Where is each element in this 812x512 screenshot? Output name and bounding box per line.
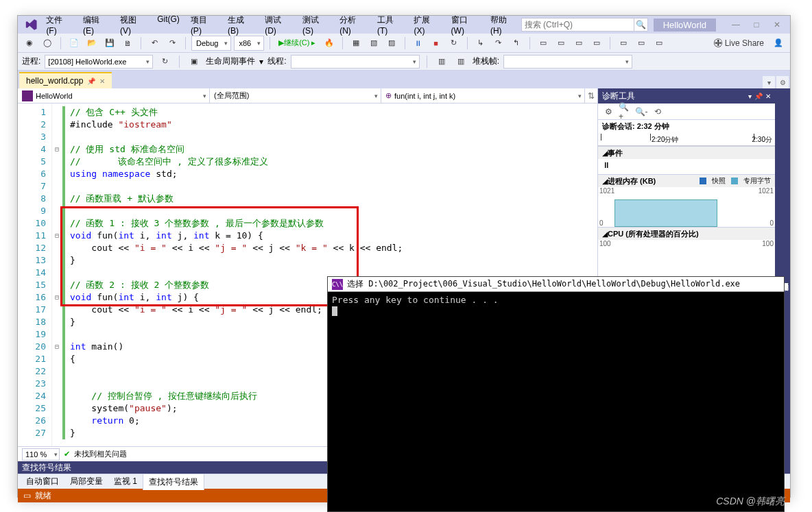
tab-autos[interactable]: 自动窗口 xyxy=(21,474,64,489)
vs-logo-icon xyxy=(25,18,38,32)
status-icon: ▭ xyxy=(23,491,31,500)
maximize-button[interactable]: □ xyxy=(746,18,767,32)
p3-icon[interactable]: ▨ xyxy=(384,36,399,51)
console-line: Press any key to continue . . . xyxy=(332,295,780,306)
close-button[interactable]: ✕ xyxy=(767,18,787,32)
nav-scope-combo[interactable]: (全局范围) xyxy=(210,88,381,103)
menu-build[interactable]: 生成(B) xyxy=(224,13,258,37)
tab-watch[interactable]: 监视 1 xyxy=(108,474,143,489)
th2-icon[interactable]: ▥ xyxy=(453,54,468,69)
cursor-icon xyxy=(332,306,337,316)
nav-back-icon[interactable]: ◉ xyxy=(22,36,37,51)
thread-combo[interactable] xyxy=(291,55,420,69)
tab-hello-world[interactable]: hello_world.cpp 📌 ✕ xyxy=(19,72,112,88)
events-pause-icon[interactable]: ⏸ xyxy=(602,160,610,170)
diag-close-icon[interactable]: ✕ xyxy=(765,93,771,100)
continue-button[interactable]: ▶ 继续(C) ▸ xyxy=(276,36,318,51)
minimize-button[interactable]: — xyxy=(726,18,746,32)
diag-ruler: 2:20分钟 2:30分 xyxy=(598,134,775,146)
cpu-header[interactable]: ◢ CPU (所有处理器的百分比) xyxy=(598,228,775,240)
t5-icon[interactable]: ▭ xyxy=(616,36,631,51)
stack-combo[interactable] xyxy=(503,55,632,69)
nav-bar: HelloWorld (全局范围) ⊕fun(int i, int j, int… xyxy=(18,88,597,103)
step-out-icon[interactable]: ↰ xyxy=(509,36,524,51)
nav-func-combo[interactable]: ⊕fun(int i, int j, int k) xyxy=(381,88,585,103)
t3-icon[interactable]: ▭ xyxy=(571,36,586,51)
svg-rect-0 xyxy=(22,90,33,101)
tab-find[interactable]: 查找符号结果 xyxy=(143,474,204,490)
redo-button[interactable]: ↷ xyxy=(165,36,180,51)
menu-window[interactable]: 窗口(W) xyxy=(447,13,483,37)
console-titlebar[interactable]: C\\ 选择 D:\002_Project\006_Visual_Studio\… xyxy=(328,277,784,292)
mem-header[interactable]: ◢ 进程内存 (KB) 快照 专用字节 xyxy=(598,175,775,187)
step-over-icon[interactable]: ↷ xyxy=(491,36,506,51)
menu-git[interactable]: Git(G) xyxy=(153,13,184,37)
diag-zoomin-icon[interactable]: 🔍+ xyxy=(619,106,631,118)
mem-chart: 1021 1021 0 0 xyxy=(598,187,775,227)
nav-fwd-icon[interactable]: ◯ xyxy=(40,36,55,51)
p1-icon[interactable]: ▦ xyxy=(348,36,363,51)
menu-edit[interactable]: 编辑(E) xyxy=(79,13,113,37)
hot-reload-icon[interactable]: 🔥 xyxy=(322,36,337,51)
nav-project-combo[interactable]: HelloWorld xyxy=(18,88,210,103)
tab-locals[interactable]: 局部变量 xyxy=(64,474,108,489)
menu-tools[interactable]: 工具(T) xyxy=(373,13,407,37)
th1-icon[interactable]: ▥ xyxy=(434,54,449,69)
menu-view[interactable]: 视图(V) xyxy=(116,13,150,37)
restart-icon[interactable]: ↻ xyxy=(446,36,462,51)
search-input[interactable] xyxy=(521,18,634,32)
nav-swap-icon[interactable]: ⇅ xyxy=(585,88,597,103)
platform-combo[interactable]: x86 xyxy=(234,36,264,51)
zoom-combo[interactable]: 110 % xyxy=(22,448,60,461)
t6-icon[interactable]: ▭ xyxy=(634,36,649,51)
console-body[interactable]: Press any key to continue . . . xyxy=(328,292,784,319)
tab-dropdown-icon[interactable]: ▾ xyxy=(763,76,775,88)
menu-ext[interactable]: 扩展(X) xyxy=(409,13,444,37)
live-share-button[interactable]: 🕀 Live Share xyxy=(710,38,768,48)
menu-project[interactable]: 项目(P) xyxy=(187,13,221,37)
diag-gear-icon[interactable]: ⚙ xyxy=(602,106,614,118)
menu-help[interactable]: 帮助(H) xyxy=(486,13,521,37)
undo-button[interactable]: ↶ xyxy=(147,36,162,51)
t7-icon[interactable]: ▭ xyxy=(652,36,667,51)
search-button[interactable]: 🔍 xyxy=(634,18,648,32)
menu-test[interactable]: 测试(S) xyxy=(298,13,333,37)
save-button[interactable]: 💾 xyxy=(102,36,117,51)
account-icon[interactable]: 👤 xyxy=(771,36,786,51)
diag-dropdown-icon[interactable]: ▾ xyxy=(748,93,752,100)
new-button[interactable]: 📄 xyxy=(67,36,82,51)
stop-icon[interactable]: ■ xyxy=(429,36,444,51)
diag-pin-icon[interactable]: 📌 xyxy=(754,93,763,100)
menu-debug[interactable]: 调试(D) xyxy=(261,13,296,37)
diag-toolbar: ⚙ 🔍+ 🔍- ⟲ xyxy=(598,103,775,120)
t1-icon[interactable]: ▭ xyxy=(536,36,551,51)
save-all-button[interactable]: 🗎 xyxy=(120,36,135,51)
t2-icon[interactable]: ▭ xyxy=(553,36,569,51)
process-label: 进程: xyxy=(22,56,40,67)
snapshot-swatch-icon xyxy=(700,178,706,184)
fold-gutter[interactable]: ⊟⊟⊟⊟ xyxy=(52,103,62,446)
project-icon xyxy=(22,90,33,101)
open-button[interactable]: 📂 xyxy=(84,36,99,51)
solution-name: HelloWorld xyxy=(654,19,716,32)
pause-icon[interactable]: ⏸ xyxy=(411,36,426,51)
pin-icon[interactable]: 📌 xyxy=(87,77,95,85)
lifecycle-label: 生命周期事件 xyxy=(206,56,255,67)
process-combo[interactable]: [20108] HelloWorld.exe xyxy=(45,55,153,69)
p2-icon[interactable]: ▧ xyxy=(366,36,381,51)
threads-label: 线程: xyxy=(267,56,286,67)
diag-zoomout-icon[interactable]: 🔍- xyxy=(635,106,647,118)
menu-analyze[interactable]: 分析(N) xyxy=(335,13,370,37)
t4-icon[interactable]: ▭ xyxy=(589,36,604,51)
line-numbers: 1234567891011121314151617181920212223242… xyxy=(18,103,52,446)
tab-gear-icon[interactable]: ⚙ xyxy=(776,76,789,88)
console-window[interactable]: C\\ 选择 D:\002_Project\006_Visual_Studio\… xyxy=(327,276,785,512)
lifecycle-icon[interactable]: ▣ xyxy=(187,54,202,69)
diag-reset-icon[interactable]: ⟲ xyxy=(652,106,664,118)
menu-file[interactable]: 文件(F) xyxy=(42,13,76,37)
config-combo[interactable]: Debug xyxy=(191,36,231,51)
events-header[interactable]: ◢ 事件 xyxy=(598,147,775,159)
step-into-icon[interactable]: ↳ xyxy=(473,36,488,51)
refresh-proc-icon[interactable]: ↻ xyxy=(157,54,172,69)
close-tab-icon[interactable]: ✕ xyxy=(99,77,105,85)
